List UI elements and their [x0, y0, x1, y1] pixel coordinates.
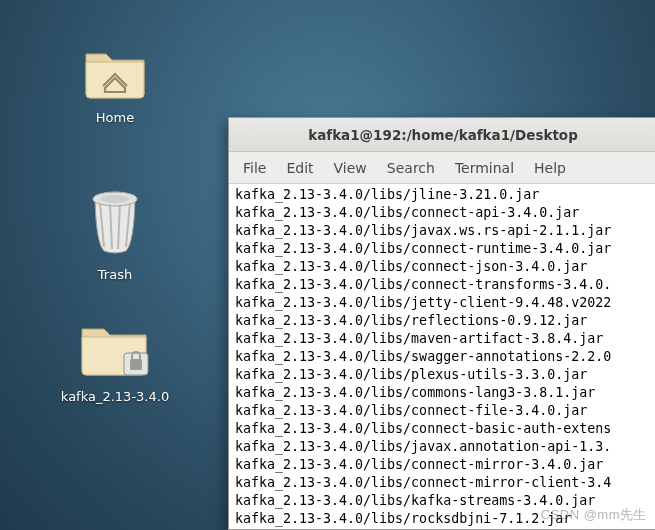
- terminal-menubar: File Edit View Search Terminal Help: [229, 152, 655, 184]
- menu-file[interactable]: File: [233, 156, 276, 180]
- desktop-icon-home[interactable]: Home: [60, 40, 170, 126]
- home-folder-icon: [80, 40, 150, 104]
- desktop-icon-kafka-folder[interactable]: kafka_2.13-3.4.0: [60, 315, 170, 405]
- menu-edit[interactable]: Edit: [276, 156, 323, 180]
- desktop-icon-label: Trash: [98, 267, 132, 283]
- terminal-titlebar[interactable]: kafka1@192:/home/kafka1/Desktop: [229, 118, 655, 152]
- desktop-icon-label: Home: [96, 110, 134, 126]
- trash-icon: [80, 185, 150, 261]
- watermark-text: CSDN @mm先生: [541, 506, 647, 524]
- locked-folder-icon: [76, 315, 154, 383]
- svg-point-2: [101, 195, 129, 203]
- desktop-icon-label: kafka_2.13-3.4.0: [61, 389, 169, 405]
- terminal-body[interactable]: kafka_2.13-3.4.0/libs/jline-3.21.0.jar k…: [229, 184, 655, 529]
- menu-terminal[interactable]: Terminal: [445, 156, 524, 180]
- terminal-window: kafka1@192:/home/kafka1/Desktop File Edi…: [228, 117, 655, 530]
- menu-view[interactable]: View: [324, 156, 377, 180]
- svg-rect-4: [130, 359, 142, 370]
- desktop-icon-trash[interactable]: Trash: [60, 185, 170, 283]
- terminal-title: kafka1@192:/home/kafka1/Desktop: [308, 127, 578, 143]
- menu-search[interactable]: Search: [377, 156, 445, 180]
- menu-help[interactable]: Help: [524, 156, 576, 180]
